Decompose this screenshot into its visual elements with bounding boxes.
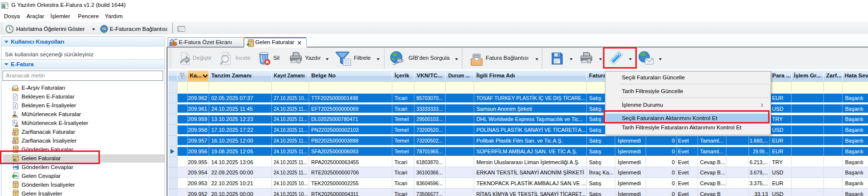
- svg-text:i: i: [15, 104, 16, 109]
- svg-text:@: @: [12, 132, 16, 135]
- svg-text:i: i: [14, 120, 15, 124]
- svg-text:@: @: [12, 141, 16, 144]
